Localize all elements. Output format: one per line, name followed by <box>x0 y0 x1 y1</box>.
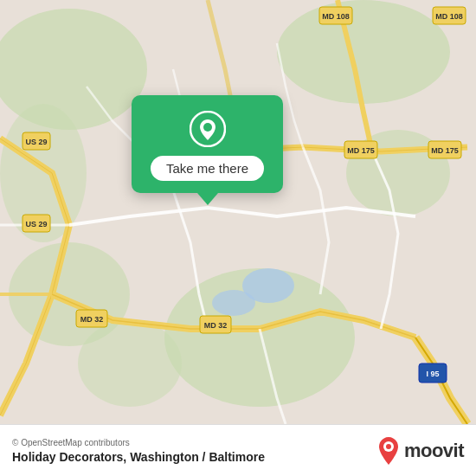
svg-point-31 <box>203 123 212 132</box>
svg-text:MD 175: MD 175 <box>347 146 375 155</box>
svg-text:US 29: US 29 <box>25 220 47 228</box>
location-popup: Take me there <box>132 95 283 193</box>
svg-point-9 <box>212 290 255 316</box>
svg-text:MD 32: MD 32 <box>204 321 228 330</box>
location-info: © OpenStreetMap contributors Holiday Dec… <box>12 438 265 464</box>
moovit-pin-icon <box>376 435 401 466</box>
location-name: Holiday Decorators, Washington / Baltimo… <box>12 450 265 464</box>
take-me-there-button[interactable]: Take me there <box>151 156 264 181</box>
svg-text:MD 175: MD 175 <box>431 146 459 155</box>
svg-text:US 29: US 29 <box>25 138 47 146</box>
svg-text:MD 32: MD 32 <box>80 315 104 324</box>
svg-text:MD 108: MD 108 <box>322 12 350 21</box>
svg-point-6 <box>78 320 182 407</box>
map-area: US 29 US 29 MD 175 MD 175 MD 175 MD 108 … <box>0 0 476 424</box>
svg-point-2 <box>277 0 450 104</box>
svg-text:MD 108: MD 108 <box>435 12 463 21</box>
svg-point-33 <box>386 444 391 449</box>
location-pin-icon <box>190 111 226 147</box>
svg-text:I 95: I 95 <box>426 370 439 378</box>
bottom-bar: © OpenStreetMap contributors Holiday Dec… <box>0 424 476 476</box>
moovit-name: moovit <box>404 440 464 462</box>
moovit-logo: moovit <box>376 435 464 466</box>
copyright-text: © OpenStreetMap contributors <box>12 438 265 447</box>
map-svg: US 29 US 29 MD 175 MD 175 MD 175 MD 108 … <box>0 0 476 424</box>
